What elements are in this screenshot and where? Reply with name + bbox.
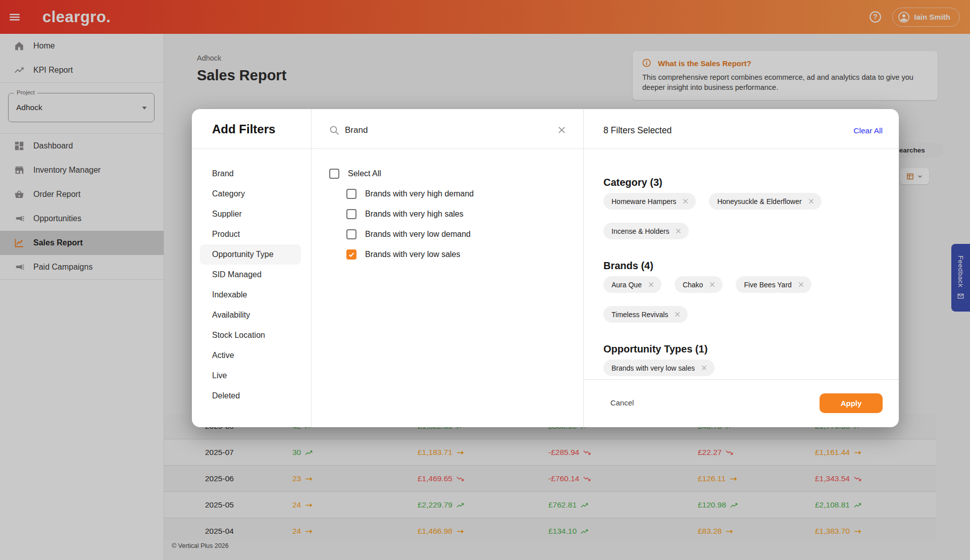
clear-search-icon[interactable] bbox=[556, 125, 567, 135]
filter-chip-homeware-hampers: Homeware Hampers bbox=[603, 193, 696, 210]
chip-row: Brands with very low sales bbox=[603, 360, 886, 376]
checkbox-unchecked[interactable] bbox=[346, 209, 356, 219]
chip-label: Timeless Revivals bbox=[611, 311, 668, 319]
chip-remove-icon[interactable] bbox=[682, 197, 689, 205]
filter-chip-honeysuckle-elderflower: Honeysuckle & Elderflower bbox=[709, 193, 821, 210]
filter-category-indexable[interactable]: Indexable bbox=[200, 285, 301, 305]
filter-category-supplier[interactable]: Supplier bbox=[200, 204, 301, 224]
search-icon bbox=[328, 124, 340, 136]
chip-remove-icon[interactable] bbox=[674, 311, 681, 318]
chip-remove-icon[interactable] bbox=[675, 227, 682, 235]
filter-option-label: Brands with very low demand bbox=[365, 230, 471, 239]
filter-category-category[interactable]: Category bbox=[200, 184, 301, 204]
filter-option-label: Brands with very high sales bbox=[365, 210, 464, 219]
add-filters-modal: Add Filters BrandCategorySupplierProduct… bbox=[192, 109, 899, 427]
filter-chip-five-bees-yard: Five Bees Yard bbox=[736, 276, 811, 293]
filter-category-list: BrandCategorySupplierProductOpportunity … bbox=[200, 164, 301, 406]
filter-option-label: Brands with very low sales bbox=[365, 250, 461, 259]
filter-option-label: Brands with very high demand bbox=[365, 189, 474, 198]
chip-label: Honeysuckle & Elderflower bbox=[717, 197, 801, 206]
filter-category-sid-managed[interactable]: SID Managed bbox=[200, 265, 301, 285]
selected-group-heading: Opportunity Types (1) bbox=[603, 343, 886, 355]
clear-all-link[interactable]: Clear All bbox=[853, 126, 883, 135]
filter-category-brand[interactable]: Brand bbox=[200, 164, 301, 184]
selected-group-heading: Brands (4) bbox=[603, 260, 886, 272]
select-all-checkbox[interactable] bbox=[329, 169, 339, 179]
filter-option-brands-with-very-high-demand[interactable]: Brands with very high demand bbox=[346, 184, 474, 204]
chip-label: Brands with very low sales bbox=[611, 364, 695, 372]
checkbox-checked[interactable] bbox=[346, 249, 356, 260]
filter-category-opportunity-type[interactable]: Opportunity Type bbox=[200, 244, 301, 265]
chip-label: Five Bees Yard bbox=[744, 281, 791, 289]
chip-row: Homeware HampersHoneysuckle & Elderflowe… bbox=[603, 193, 886, 239]
chip-remove-icon[interactable] bbox=[797, 281, 805, 288]
filter-options-list: Brands with very high demandBrands with … bbox=[346, 184, 474, 265]
modal-title: Add Filters bbox=[212, 122, 275, 136]
chip-remove-icon[interactable] bbox=[647, 281, 655, 288]
chip-label: Chako bbox=[683, 281, 703, 289]
selected-filter-groups: Category (3)Homeware HampersHoneysuckle … bbox=[603, 177, 886, 376]
chip-remove-icon[interactable] bbox=[708, 281, 716, 288]
chip-label: Incense & Holders bbox=[611, 227, 669, 235]
filter-category-live[interactable]: Live bbox=[200, 366, 301, 386]
filter-chip-aura-que: Aura Que bbox=[603, 276, 661, 293]
checkbox-unchecked[interactable] bbox=[346, 189, 356, 199]
chip-label: Homeware Hampers bbox=[611, 197, 676, 206]
select-all-label: Select All bbox=[348, 169, 381, 178]
apply-button[interactable]: Apply bbox=[820, 393, 883, 413]
filter-category-deleted[interactable]: Deleted bbox=[200, 386, 301, 406]
filter-chip-incense-holders: Incense & Holders bbox=[603, 223, 689, 239]
selected-filters-count: 8 Filters Selected bbox=[603, 125, 672, 136]
modal-footer-divider bbox=[583, 379, 899, 380]
chip-remove-icon[interactable] bbox=[700, 364, 708, 372]
filter-option-brands-with-very-low-demand[interactable]: Brands with very low demand bbox=[346, 224, 474, 244]
filter-option-brands-with-very-high-sales[interactable]: Brands with very high sales bbox=[346, 204, 474, 224]
filter-chip-timeless-revivals: Timeless Revivals bbox=[603, 306, 688, 323]
filter-search-input[interactable] bbox=[345, 120, 547, 141]
filter-category-stock-location[interactable]: Stock Location bbox=[200, 325, 301, 345]
chip-label: Aura Que bbox=[611, 281, 642, 289]
filter-chip-chako: Chako bbox=[675, 276, 723, 293]
modal-vertical-divider bbox=[311, 109, 312, 427]
chip-remove-icon[interactable] bbox=[807, 197, 815, 205]
filter-chip-brands-with-very-low-sales: Brands with very low sales bbox=[603, 360, 714, 376]
modal-header-divider bbox=[192, 148, 899, 149]
filter-category-availability[interactable]: Availability bbox=[200, 305, 301, 325]
chip-row: Aura QueChakoFive Bees YardTimeless Revi… bbox=[603, 276, 886, 323]
filter-category-product[interactable]: Product bbox=[200, 224, 301, 244]
filter-category-active[interactable]: Active bbox=[200, 345, 301, 366]
select-all-row[interactable]: Select All bbox=[329, 164, 381, 184]
checkbox-unchecked[interactable] bbox=[346, 229, 356, 239]
filter-option-brands-with-very-low-sales[interactable]: Brands with very low sales bbox=[346, 244, 474, 265]
cancel-button[interactable]: Cancel bbox=[602, 394, 642, 412]
selected-group-heading: Category (3) bbox=[603, 177, 886, 189]
app-root: cleargro. ? Iain Smith HomeKPI Report Pr… bbox=[0, 0, 970, 560]
